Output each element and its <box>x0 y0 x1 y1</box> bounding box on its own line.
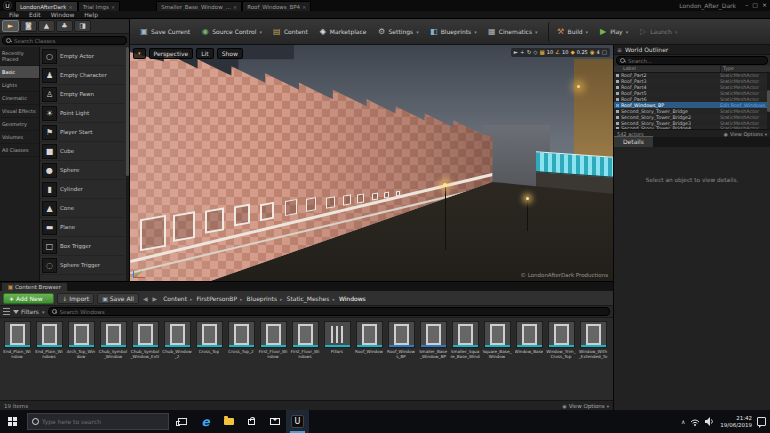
outliner-row[interactable]: Roof_Windows_BP Edit Roof_Windows_BP <box>614 102 770 108</box>
modes-scrollbar[interactable] <box>126 47 129 281</box>
save-all-button[interactable]: Save All <box>97 293 139 304</box>
drag-grip-icon[interactable] <box>119 145 123 157</box>
asset-tile[interactable]: Chub_Symbol_Window_Extra_Top <box>130 321 160 400</box>
drag-grip-icon[interactable] <box>119 202 123 214</box>
asset-tile[interactable]: First_Floor_Windows <box>290 321 320 400</box>
menu-item[interactable]: Window <box>46 11 80 19</box>
camera-speed-value[interactable]: 4 <box>597 49 600 56</box>
placeable-item[interactable]: ▲ Cone <box>40 199 125 218</box>
modes-category[interactable]: Geometry <box>0 118 39 131</box>
move-tool-icon[interactable] <box>520 49 525 56</box>
outliner-row[interactable]: Roof_Part2 StaticMeshActor <box>614 73 770 79</box>
asset-tile[interactable]: Arch_Top_Window <box>66 321 96 400</box>
asset-tile[interactable]: Window_Base <box>514 321 544 400</box>
close-button[interactable]: × <box>762 1 767 9</box>
drag-grip-icon[interactable] <box>119 221 123 233</box>
close-tab-icon[interactable] <box>68 4 72 10</box>
asset-tile[interactable]: First_Floor_Window <box>258 321 288 400</box>
toolbar-button[interactable]: Launch <box>634 22 681 42</box>
toolbar-button[interactable]: Blueprints <box>425 22 481 42</box>
menu-item[interactable]: File <box>4 11 24 19</box>
outliner-row[interactable]: Roof_Part3 StaticMeshActor <box>614 79 770 85</box>
grid-snap-value[interactable]: 10 <box>547 49 553 56</box>
actor-type[interactable]: StaticMeshActor <box>720 91 768 96</box>
actor-type[interactable]: StaticMeshActor <box>720 73 768 78</box>
maximize-button[interactable]: ▢ <box>752 1 758 9</box>
drag-grip-icon[interactable] <box>119 107 123 119</box>
modes-category[interactable]: Cinematic <box>0 92 39 105</box>
asset-tile[interactable]: Cross_Top <box>194 321 224 400</box>
menu-item[interactable]: Edit <box>24 11 46 19</box>
toolbar-button[interactable]: Marketplace <box>314 22 371 42</box>
assets-search-box[interactable] <box>48 307 610 316</box>
placeable-item[interactable]: □ Box Trigger <box>40 237 125 256</box>
breadcrumb-item[interactable]: Content <box>161 295 194 302</box>
modes-category[interactable]: Visual Effects <box>0 105 39 118</box>
cb-view-options-button[interactable]: View Options <box>562 403 609 409</box>
drag-grip-icon[interactable] <box>119 259 123 271</box>
actor-type[interactable]: StaticMeshActor <box>720 121 768 126</box>
actor-type[interactable]: StaticMeshActor <box>720 97 768 102</box>
drag-grip-icon[interactable] <box>119 69 123 81</box>
viewport-options-button[interactable] <box>133 48 146 59</box>
asset-tile[interactable]: Pillars <box>322 321 352 400</box>
paint-mode-icon[interactable]: ◙ <box>20 20 37 32</box>
breadcrumb-item[interactable]: Windows <box>337 295 371 302</box>
outliner-row[interactable]: Second_Story_Tower_Bridge2 StaticMeshAct… <box>614 114 770 120</box>
rotate-tool-icon[interactable] <box>527 49 532 56</box>
add-new-button[interactable]: Add New <box>3 293 54 304</box>
landscape-mode-icon[interactable]: ▲ <box>38 20 55 32</box>
outliner-row[interactable]: Roof_Part4 StaticMeshActor <box>614 85 770 91</box>
asset-tile[interactable]: Roof_Window <box>354 321 384 400</box>
type-column-header[interactable]: Type <box>720 66 770 72</box>
toolbar-button[interactable]: Build <box>548 22 593 42</box>
action-center-icon[interactable] <box>757 417 766 426</box>
placeable-item[interactable]: ▬ Plane <box>40 218 125 237</box>
modes-category[interactable]: Lights <box>0 79 39 92</box>
scale-snap-icon[interactable] <box>570 49 574 56</box>
placeable-item[interactable]: ■ Cube <box>40 142 125 161</box>
scale-tool-icon[interactable] <box>533 49 537 56</box>
editor-tab[interactable]: LondonAfterDark <box>15 1 78 11</box>
breadcrumb-item[interactable]: Static_Meshes <box>285 295 337 302</box>
tray-expand-icon[interactable] <box>681 418 685 425</box>
outliner-search-box[interactable] <box>616 56 768 65</box>
toolbar-button[interactable]: Settings <box>373 22 423 42</box>
back-arrow-icon[interactable] <box>142 295 149 302</box>
outliner-view-options-button[interactable]: View Options <box>724 131 767 137</box>
placeable-item[interactable]: ♟ Empty Character <box>40 66 125 85</box>
geometry-mode-icon[interactable]: ◨ <box>74 20 91 32</box>
select-tool-icon[interactable] <box>514 49 518 56</box>
asset-tile[interactable]: Square_Base_Window <box>482 321 512 400</box>
unreal-editor-icon[interactable]: U <box>286 410 309 433</box>
editor-tab[interactable]: Roof_Windows_BP4 <box>242 1 311 11</box>
outliner-row[interactable]: Second_Story_Tower_Bridge3 StaticMeshAct… <box>614 120 770 126</box>
asset-tile[interactable]: Cross_Top_2 <box>226 321 256 400</box>
maximize-viewport-icon[interactable] <box>602 49 607 56</box>
asset-tile[interactable]: Chub_Window_2 <box>162 321 192 400</box>
asset-tile[interactable]: End_Plain_Window <box>2 321 32 400</box>
start-button[interactable] <box>0 410 25 433</box>
actor-type[interactable]: Edit Roof_Windows_BP <box>720 103 768 108</box>
foliage-mode-icon[interactable]: ♣ <box>56 20 73 32</box>
world-outliner-header[interactable]: World Outliner <box>614 45 770 55</box>
modes-category[interactable]: Recently Placed <box>0 47 39 66</box>
close-tab-icon[interactable] <box>302 4 306 10</box>
actor-type[interactable]: StaticMeshActor <box>720 79 768 84</box>
file-explorer-icon[interactable] <box>217 410 240 433</box>
taskbar-search-input[interactable] <box>42 418 164 425</box>
outliner-row[interactable]: Second_Story_Tower_Bridge StaticMeshActo… <box>614 108 770 114</box>
asset-tile[interactable]: Chub_Symbol_Window <box>98 321 128 400</box>
placeable-item[interactable]: ☀ Point Light <box>40 104 125 123</box>
network-icon[interactable] <box>690 418 700 426</box>
toolbar-button[interactable]: Save Current <box>135 22 194 42</box>
classes-search-box[interactable] <box>2 36 127 45</box>
editor-tab[interactable]: Smaller_Base_Window_BP <box>156 1 242 11</box>
grid-snap-icon[interactable] <box>540 49 545 56</box>
editor-tab[interactable]: Trial Imgs <box>78 1 121 11</box>
outliner-row[interactable]: Roof_Part6 StaticMeshActor <box>614 97 770 103</box>
filters-button[interactable]: Filters <box>13 308 45 315</box>
tab-details[interactable]: Details <box>614 136 653 147</box>
asset-tile[interactable]: Smaller_Square_Base_Window <box>450 321 480 400</box>
asset-tile[interactable]: End_Plain_Windows <box>34 321 64 400</box>
